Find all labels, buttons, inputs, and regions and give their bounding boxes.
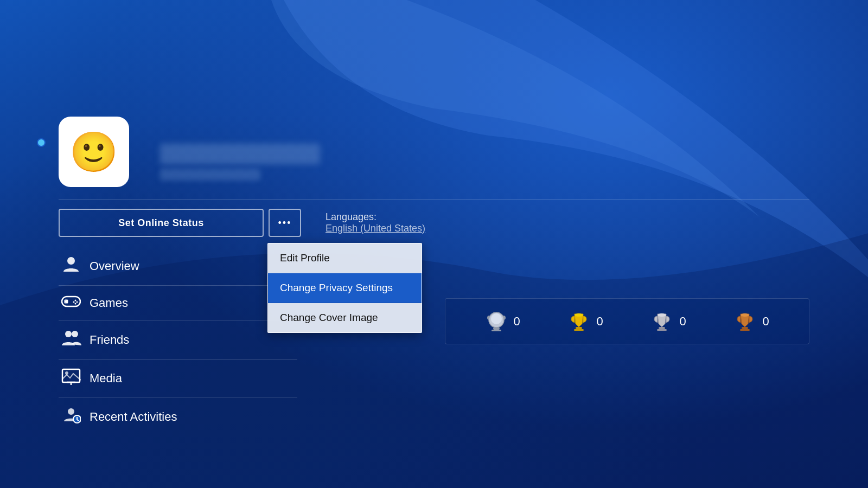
svg-rect-28: [657, 329, 667, 331]
media-icon: [59, 367, 83, 389]
sidebar-item-overview[interactable]: Overview: [59, 247, 297, 286]
svg-point-11: [72, 331, 78, 337]
svg-rect-23: [492, 330, 501, 331]
gold-count: 0: [596, 314, 603, 329]
svg-rect-30: [742, 327, 748, 329]
svg-rect-24: [576, 327, 582, 329]
sidebar-item-media[interactable]: Media: [59, 359, 297, 397]
svg-point-0: [67, 257, 75, 265]
online-indicator: [37, 138, 46, 147]
games-label: Games: [90, 296, 128, 310]
svg-point-13: [65, 371, 68, 375]
svg-rect-27: [659, 327, 665, 329]
svg-rect-25: [574, 329, 584, 331]
avatar-container: 🙂: [59, 117, 129, 187]
svg-point-10: [65, 331, 72, 337]
languages-label: Languages:: [326, 211, 376, 222]
main-content: 🙂 Set Online Status ••• Languages: Engli…: [0, 0, 868, 488]
set-online-status-button[interactable]: Set Online Status: [59, 209, 264, 237]
more-options-button[interactable]: •••: [269, 209, 301, 237]
gold-trophy-icon: [567, 310, 591, 333]
avatar-emoji: 🙂: [69, 132, 118, 171]
dropdown-menu: Edit Profile Change Privacy Settings Cha…: [267, 243, 422, 333]
menu-item-change-privacy[interactable]: Change Privacy Settings: [268, 273, 422, 303]
svg-point-32: [741, 313, 749, 317]
trophy-section: 0 0 0: [445, 298, 809, 344]
platinum-count: 0: [513, 314, 520, 329]
more-dots-label: •••: [278, 217, 292, 229]
bronze-count: 0: [762, 314, 769, 329]
overview-icon: [59, 254, 83, 278]
svg-rect-31: [740, 329, 750, 331]
bronze-trophy-icon: [733, 310, 757, 333]
sidebar-item-friends[interactable]: Friends: [59, 320, 297, 359]
svg-point-29: [658, 313, 666, 317]
trophy-platinum: 0: [485, 310, 520, 333]
platinum-trophy-icon: [485, 310, 508, 333]
languages-area: Languages: English (United States): [326, 211, 425, 234]
silver-count: 0: [679, 314, 686, 329]
avatar: 🙂: [59, 117, 129, 187]
sidebar-item-games[interactable]: Games: [59, 286, 297, 320]
svg-point-21: [491, 313, 502, 324]
overview-label: Overview: [90, 259, 139, 273]
friends-icon: [59, 328, 83, 351]
username-area: [160, 144, 320, 181]
profile-divider: [59, 200, 809, 200]
menu-item-edit-profile[interactable]: Edit Profile: [268, 243, 422, 273]
recent-activities-label: Recent Activities: [90, 410, 177, 424]
svg-point-9: [74, 303, 76, 305]
friends-label: Friends: [90, 333, 129, 347]
media-label: Media: [90, 371, 122, 386]
svg-point-7: [76, 301, 78, 303]
username-blurred: [160, 144, 320, 164]
sidebar-item-recent-activities[interactable]: Recent Activities: [59, 397, 297, 436]
trophy-bronze: 0: [733, 310, 769, 333]
svg-point-8: [73, 301, 74, 303]
silver-trophy-icon: [650, 310, 674, 333]
trophy-gold: 0: [567, 310, 603, 333]
svg-point-26: [575, 313, 583, 317]
sidebar-nav: Overview Games: [59, 247, 297, 436]
games-icon: [59, 293, 83, 312]
svg-rect-22: [493, 328, 500, 330]
svg-point-16: [68, 408, 74, 415]
menu-item-change-cover[interactable]: Change Cover Image: [268, 303, 422, 332]
svg-point-6: [74, 300, 76, 301]
trophy-silver: 0: [650, 310, 686, 333]
recent-activities-icon: [59, 405, 83, 428]
languages-value: English (United States): [326, 223, 425, 234]
subtitle-blurred: [160, 169, 260, 181]
